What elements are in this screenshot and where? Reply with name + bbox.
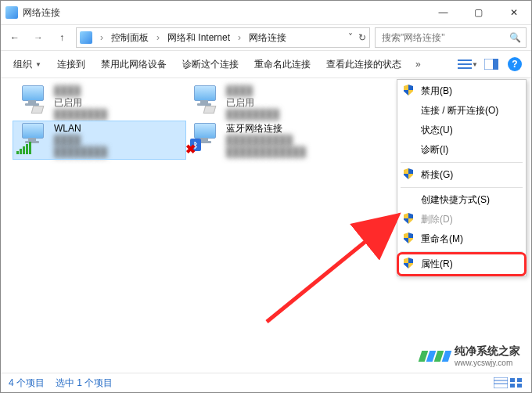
minimize-button[interactable]: — bbox=[426, 1, 461, 24]
svg-rect-4 bbox=[493, 59, 498, 70]
toolbar: 组织▼ 连接到 禁用此网络设备 诊断这个连接 重命名此连接 查看此连接的状态 »… bbox=[1, 50, 531, 78]
watermark-logo-icon bbox=[420, 351, 450, 362]
connection-desc: ████████ bbox=[54, 146, 107, 158]
search-icon[interactable]: 🔍 bbox=[509, 32, 521, 43]
ctx-disable[interactable]: 禁用(B) bbox=[399, 81, 524, 101]
svg-rect-1 bbox=[458, 63, 472, 65]
breadcrumb-part[interactable]: 网络和 Internet bbox=[167, 31, 230, 45]
view-options-button[interactable]: ▼ bbox=[458, 54, 478, 74]
shield-icon bbox=[404, 213, 415, 224]
wifi-icon bbox=[16, 123, 48, 153]
ctx-rename[interactable]: 重命名(M) bbox=[399, 229, 524, 249]
rename-button[interactable]: 重命名此连接 bbox=[248, 55, 317, 74]
ctx-delete: 删除(D) bbox=[399, 210, 524, 229]
breadcrumb-part[interactable]: 控制面板 bbox=[111, 31, 149, 45]
connection-item-wlan[interactable]: WLAN ████ ████████ bbox=[13, 121, 185, 159]
breadcrumb-part[interactable]: 网络连接 bbox=[249, 31, 286, 45]
search-box[interactable]: 🔍 bbox=[375, 27, 527, 48]
svg-rect-9 bbox=[510, 378, 515, 382]
connection-desc: ████████ bbox=[226, 109, 279, 121]
details-view-icon[interactable] bbox=[494, 377, 508, 388]
up-button[interactable]: ↑ bbox=[52, 28, 71, 47]
disable-device-button[interactable]: 禁用此网络设备 bbox=[95, 55, 173, 74]
disabled-x-icon: ✖ bbox=[185, 142, 196, 157]
context-menu: 禁用(B) 连接 / 断开连接(O) 状态(U) 诊断(I) 桥接(G) 创建快… bbox=[397, 79, 527, 276]
shield-icon bbox=[404, 258, 415, 269]
ethernet-icon bbox=[189, 85, 220, 115]
connection-desc: ████████████ bbox=[226, 146, 306, 158]
maximize-button[interactable]: ▢ bbox=[461, 1, 496, 24]
svg-rect-10 bbox=[517, 378, 522, 382]
chevron-right-icon[interactable]: › bbox=[156, 32, 160, 43]
connection-status: ████ bbox=[54, 135, 107, 146]
window: 网络连接 — ▢ ✕ ← → ↑ › 控制面板 › 网络和 Internet ›… bbox=[0, 0, 532, 393]
ctx-diagnose[interactable]: 诊断(I) bbox=[399, 140, 524, 160]
connection-status: 已启用 bbox=[226, 97, 279, 109]
chevron-right-icon[interactable]: › bbox=[238, 32, 241, 43]
connection-name: ████ bbox=[226, 85, 279, 97]
address-row: ← → ↑ › 控制面板 › 网络和 Internet › 网络连接 ˅ ↻ 🔍 bbox=[1, 25, 531, 50]
forward-button[interactable]: → bbox=[29, 28, 48, 47]
watermark: 纯净系统之家 www.ycswjy.com bbox=[420, 344, 520, 367]
connection-item[interactable]: ᛒ ✖ 蓝牙网络连接 ██████████ ████████████ bbox=[185, 121, 389, 159]
watermark-sub: www.ycswjy.com bbox=[455, 359, 520, 367]
connection-name: 蓝牙网络连接 bbox=[226, 123, 306, 135]
svg-rect-12 bbox=[517, 384, 522, 388]
ctx-properties[interactable]: 属性(R) bbox=[399, 254, 524, 274]
control-panel-icon bbox=[80, 31, 92, 44]
status-item-count: 4 个项目 bbox=[9, 377, 45, 390]
chevron-right-icon[interactable]: › bbox=[100, 32, 103, 43]
svg-rect-2 bbox=[458, 67, 472, 69]
ctx-status[interactable]: 状态(U) bbox=[399, 121, 524, 140]
ctx-bridge[interactable]: 桥接(G) bbox=[399, 165, 524, 185]
window-controls: — ▢ ✕ bbox=[426, 1, 531, 24]
status-selected-count: 选中 1 个项目 bbox=[56, 377, 113, 390]
svg-rect-11 bbox=[510, 384, 515, 388]
connection-status: 已启用 bbox=[54, 97, 107, 109]
connection-item[interactable]: ████ 已启用 ████████ bbox=[13, 84, 185, 121]
tiles-view-icon[interactable] bbox=[509, 377, 523, 388]
help-button[interactable]: ? bbox=[505, 54, 525, 74]
svg-rect-0 bbox=[458, 59, 472, 61]
bluetooth-icon: ᛒ ✖ bbox=[189, 123, 220, 153]
diagnose-button[interactable]: 诊断这个连接 bbox=[176, 55, 245, 74]
ctx-connect-disconnect[interactable]: 连接 / 断开连接(O) bbox=[399, 101, 524, 121]
view-status-button[interactable]: 查看此连接的状态 bbox=[320, 55, 408, 74]
shield-icon bbox=[404, 168, 415, 179]
separator bbox=[401, 187, 523, 188]
window-icon bbox=[5, 6, 18, 19]
shield-icon bbox=[404, 233, 415, 243]
close-button[interactable]: ✕ bbox=[496, 1, 531, 24]
watermark-text: 纯净系统之家 bbox=[455, 344, 520, 357]
address-bar[interactable]: › 控制面板 › 网络和 Internet › 网络连接 ˅ ↻ bbox=[76, 27, 370, 48]
ethernet-icon bbox=[16, 85, 48, 115]
search-input[interactable] bbox=[380, 31, 505, 44]
connection-desc: ████████ bbox=[54, 109, 107, 121]
separator bbox=[401, 162, 523, 163]
status-bar: 4 个项目 选中 1 个项目 bbox=[1, 373, 531, 392]
organize-button[interactable]: 组织▼ bbox=[7, 55, 48, 74]
ctx-create-shortcut[interactable]: 创建快捷方式(S) bbox=[399, 190, 524, 210]
connection-name: WLAN bbox=[54, 123, 107, 135]
svg-rect-6 bbox=[494, 377, 508, 388]
preview-pane-button[interactable] bbox=[481, 54, 501, 74]
connection-name: ████ bbox=[54, 85, 107, 97]
connection-status: ██████████ bbox=[226, 135, 306, 146]
back-button[interactable]: ← bbox=[5, 28, 24, 47]
connection-item[interactable]: ████ 已启用 ████████ bbox=[185, 84, 358, 121]
shield-icon bbox=[404, 85, 415, 96]
toolbar-overflow-button[interactable]: » bbox=[411, 59, 426, 70]
titlebar: 网络连接 — ▢ ✕ bbox=[1, 1, 531, 25]
separator bbox=[401, 251, 523, 252]
connect-button[interactable]: 连接到 bbox=[51, 55, 92, 74]
window-title: 网络连接 bbox=[23, 6, 426, 20]
address-dropdown[interactable]: ˅ ↻ bbox=[348, 32, 366, 43]
